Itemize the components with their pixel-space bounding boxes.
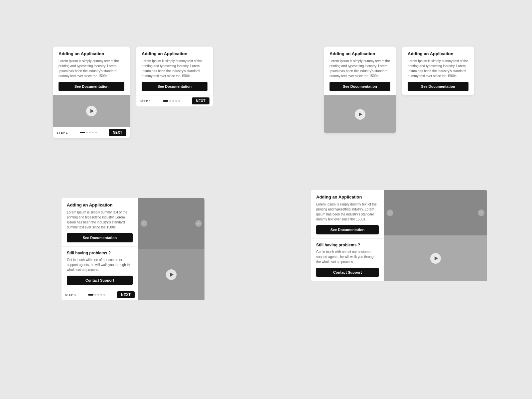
card-wide-right-carousel: ‹ ›: [138, 198, 204, 300]
card-content-rt1: Adding an Application Lorem Ipsum is sim…: [324, 47, 396, 95]
dot-2: [89, 132, 91, 133]
dot-3: [92, 132, 94, 133]
carousel-prev-button-rb[interactable]: ‹: [387, 209, 393, 216]
card-content-rt2: Adding an Application Lorem Ipsum is sim…: [402, 47, 474, 95]
card-content: Adding an Application Lorem Ipsum is sim…: [53, 47, 130, 95]
play-button[interactable]: [86, 106, 97, 116]
dot-active: [80, 132, 85, 133]
card-wide-right-carousel-rb: ‹ ›: [384, 190, 487, 281]
card-body: Lorem Ipsum is simply dummy text of the …: [59, 59, 124, 78]
contact-support-button-rb[interactable]: Contact Support: [316, 268, 379, 277]
still-problems-section-rb: Still having problems ? Get in touch wit…: [311, 238, 384, 281]
card-body-rt2: Lorem Ipsum is simply dummy text of the …: [408, 59, 468, 78]
card-wide-right-wrapper: Adding an Application Lorem Ipsum is sim…: [311, 190, 487, 281]
step-label-wide: STEP 1: [65, 293, 76, 297]
next-button[interactable]: NEXT: [109, 129, 126, 136]
step-dots: [80, 132, 97, 133]
dot-2-1: [169, 100, 171, 102]
right-bottom-row: Adding an Application Lorem Ipsum is sim…: [311, 190, 487, 281]
next-button-2[interactable]: NEXT: [192, 97, 209, 104]
video-thumb-rt1[interactable]: [324, 95, 396, 133]
card-body-wide: Lorem Ipsum is simply dummy text of the …: [67, 210, 133, 230]
dot-active-wide: [88, 294, 93, 296]
next-button-wide[interactable]: NEXT: [117, 291, 135, 298]
see-documentation-button-rt1[interactable]: See Documentation: [330, 82, 390, 91]
carousel-top: ‹ ›: [138, 198, 204, 249]
card-content-rb: Adding an Application Lorem Ipsum is sim…: [311, 190, 384, 238]
card-body-rt1: Lorem Ipsum is simply dummy text of the …: [330, 59, 390, 78]
see-documentation-button[interactable]: See Documentation: [59, 82, 124, 91]
see-documentation-button-rb[interactable]: See Documentation: [316, 225, 379, 234]
dot-2-4: [178, 100, 180, 102]
see-documentation-button-rt2[interactable]: See Documentation: [408, 82, 468, 91]
card-title-wide: Adding an Application: [67, 202, 133, 207]
dot-1: [86, 132, 88, 133]
play-button-carousel-rb[interactable]: [430, 253, 441, 264]
step-label-2: STEP 1: [140, 99, 151, 103]
dot-w-1: [94, 294, 96, 296]
dot-active-2: [163, 100, 168, 102]
right-top-row: Adding an Application Lorem Ipsum is sim…: [324, 47, 474, 133]
contact-support-button[interactable]: Contact Support: [67, 276, 133, 285]
card-right-top-1: Adding an Application Lorem Ipsum is sim…: [324, 47, 396, 133]
step-dots-2: [163, 100, 180, 102]
card-right-top-1-wrapper: Adding an Application Lorem Ipsum is sim…: [324, 47, 396, 133]
step-bar-wide: STEP 1 NEXT: [62, 289, 138, 300]
still-problems-section: Still having problems ? Get in touch wit…: [62, 246, 138, 289]
see-documentation-button-2[interactable]: See Documentation: [142, 82, 207, 91]
video-thumbnail[interactable]: [53, 95, 130, 127]
card-top-left-2-wrapper: Adding an Application Lorem Ipsum is sim…: [136, 47, 213, 106]
card-wide-left: Adding an Application Lorem Ipsum is sim…: [62, 198, 204, 300]
see-documentation-button-wide[interactable]: See Documentation: [67, 233, 133, 242]
carousel-bottom-video[interactable]: [138, 249, 204, 300]
card-top-left-2: Adding an Application Lorem Ipsum is sim…: [136, 47, 213, 95]
dot-w-4: [103, 294, 105, 296]
card-wide-right-left-content: Adding an Application Lorem Ipsum is sim…: [311, 190, 384, 281]
step-bar: STEP 1 NEXT: [53, 127, 130, 138]
card-title-rt2: Adding an Application: [408, 51, 468, 56]
card-content-wide: Adding an Application Lorem Ipsum is sim…: [62, 198, 138, 246]
carousel-next-button-rb[interactable]: ›: [478, 209, 484, 216]
carousel-top-right: ‹ ›: [384, 190, 487, 235]
carousel-next-button[interactable]: ›: [195, 220, 202, 227]
card-title: Adding an Application: [59, 51, 124, 56]
still-problems-text-rb: Get in touch with one of our costurner s…: [316, 249, 379, 264]
card-top-left-1: Adding an Application Lorem Ipsum is sim…: [53, 47, 130, 138]
play-button-rt1[interactable]: [355, 109, 365, 120]
step-label: STEP 1: [57, 131, 68, 134]
still-problems-text: Get in touch with one of our costurner s…: [67, 257, 133, 272]
card-title-rt1: Adding an Application: [330, 51, 390, 56]
carousel-prev-button[interactable]: ‹: [141, 220, 147, 227]
still-problems-title-rb: Still having problems ?: [316, 243, 379, 247]
card-body-rb: Lorem Ipsum is simply dummy text of the …: [316, 202, 379, 222]
play-button-carousel[interactable]: [166, 269, 177, 280]
carousel-bottom-right-video[interactable]: [384, 235, 487, 281]
left-bottom-row: Adding an Application Lorem Ipsum is sim…: [62, 198, 204, 300]
step-bar-2: STEP 1 NEXT: [136, 95, 213, 106]
step-dots-wide: [88, 294, 105, 296]
dot-w-3: [100, 294, 102, 296]
dot-w-2: [97, 294, 99, 296]
card-body-2: Lorem Ipsum is simply dummy text of the …: [142, 59, 207, 78]
dot-2-3: [175, 100, 177, 102]
card-content-2: Adding an Application Lorem Ipsum is sim…: [136, 47, 213, 95]
card-right-top-2: Adding an Application Lorem Ipsum is sim…: [402, 47, 474, 95]
dot-4: [95, 132, 97, 133]
card-title-rb: Adding an Application: [316, 195, 379, 200]
still-problems-title: Still having problems ?: [67, 251, 133, 255]
card-title-2: Adding an Application: [142, 51, 207, 56]
card-wide-left-content: Adding an Application Lorem Ipsum is sim…: [62, 198, 138, 300]
dot-2-2: [172, 100, 174, 102]
